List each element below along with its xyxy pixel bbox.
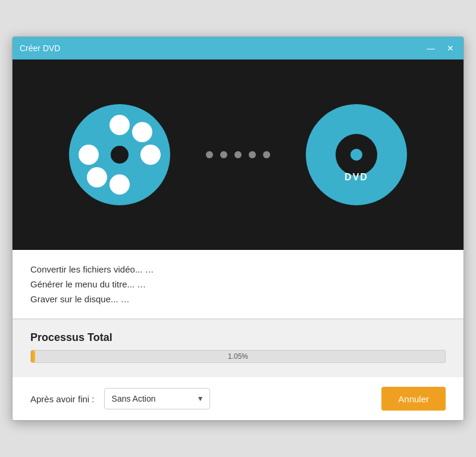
dvd-disc-icon: DVD bbox=[306, 104, 407, 205]
film-reel-icon bbox=[69, 104, 170, 205]
dot-5 bbox=[263, 151, 270, 158]
action-select-wrapper: Sans Action Éteindre Veille Fermer le pr… bbox=[104, 388, 210, 409]
reel-hole-4 bbox=[79, 145, 99, 165]
dot-4 bbox=[249, 151, 256, 158]
status-line-2: Générer le menu du titre... … bbox=[30, 279, 446, 289]
reel-hole-3 bbox=[109, 174, 130, 195]
after-label: Après avoir fini : bbox=[30, 394, 95, 404]
close-button[interactable]: ✕ bbox=[444, 43, 456, 54]
progress-section: Processus Total 1.05% bbox=[12, 319, 464, 377]
progress-bar-fill bbox=[31, 350, 35, 362]
reel-hole-1 bbox=[109, 115, 130, 135]
cancel-button[interactable]: Annuler bbox=[381, 387, 446, 411]
status-line-1: Convertir les fichiers vidéo... … bbox=[30, 264, 446, 274]
main-window: Créer DVD — ✕ bbox=[12, 36, 464, 421]
dvd-inner-ring bbox=[336, 134, 377, 176]
reel-center bbox=[111, 146, 129, 164]
dot-3 bbox=[234, 151, 242, 158]
dot-2 bbox=[220, 151, 227, 158]
animation-area: DVD bbox=[12, 60, 464, 250]
reel-hole-5 bbox=[132, 122, 152, 142]
dots-animation bbox=[206, 151, 270, 158]
dvd-hole bbox=[350, 149, 362, 161]
progress-bar-container: 1.05% bbox=[30, 350, 446, 363]
dvd-text: DVD bbox=[345, 172, 368, 183]
reel-hole-2 bbox=[140, 145, 161, 165]
action-select[interactable]: Sans Action Éteindre Veille Fermer le pr… bbox=[104, 388, 210, 409]
dot-1 bbox=[206, 151, 213, 158]
status-line-3: Graver sur le disque... … bbox=[30, 294, 446, 304]
minimize-button[interactable]: — bbox=[424, 43, 437, 54]
status-area: Convertir les fichiers vidéo... … Génére… bbox=[12, 250, 464, 319]
progress-percent: 1.05% bbox=[228, 352, 248, 361]
reel-hole-6 bbox=[87, 167, 107, 187]
title-controls: — ✕ bbox=[424, 43, 456, 54]
bottom-section: Après avoir fini : Sans Action Éteindre … bbox=[12, 377, 464, 420]
progress-label: Processus Total bbox=[30, 331, 446, 344]
window-title: Créer DVD bbox=[20, 43, 60, 53]
title-bar: Créer DVD — ✕ bbox=[12, 37, 464, 60]
